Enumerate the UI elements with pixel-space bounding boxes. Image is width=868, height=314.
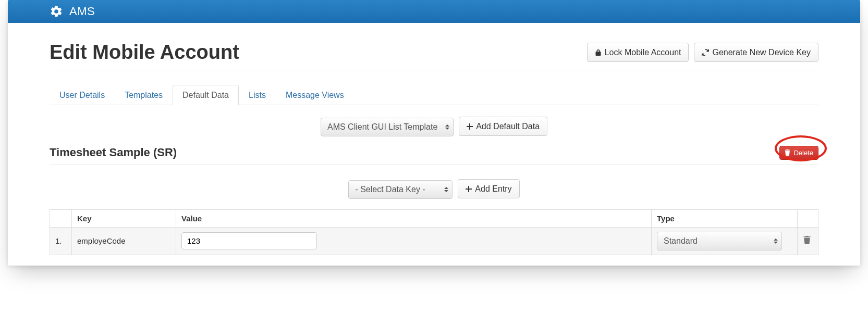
table-row: 1. employeCode Standard [50,227,818,255]
sort-arrows-icon [445,124,449,130]
col-header-value: Value [176,209,652,227]
row-number: 1. [50,227,72,255]
lock-icon [595,49,602,56]
sort-arrows-icon [774,238,778,244]
add-default-data-button[interactable]: Add Default Data [459,117,547,136]
row-actions-cell [798,227,818,255]
tab-lists[interactable]: Lists [239,85,276,105]
svg-rect-1 [467,126,473,127]
svg-rect-3 [466,189,472,190]
page-title: Edit Mobile Account [50,41,239,64]
add-entry-button[interactable]: Add Entry [458,179,519,198]
type-select[interactable]: Standard [657,232,782,250]
refresh-icon [702,49,709,56]
template-select[interactable]: AMS Client GUI List Template [321,118,454,136]
row-type-cell: Standard [652,227,798,255]
plus-icon [466,186,472,192]
row-value-cell [176,227,652,255]
template-select-value: AMS Client GUI List Template [327,122,437,131]
delete-button-label: Delete [793,149,813,157]
add-entry-label: Add Entry [475,184,511,194]
type-select-value: Standard [664,236,698,245]
tab-templates[interactable]: Templates [115,85,173,105]
value-input[interactable] [181,232,317,249]
col-header-num [50,209,72,227]
col-header-key: Key [72,209,176,227]
tab-message-views[interactable]: Message Views [276,85,354,105]
delete-row-button[interactable] [803,237,811,246]
entries-table: Key Value Type 1. employeCode Standard [50,209,818,255]
lock-button-label: Lock Mobile Account [605,47,681,57]
tab-user-details[interactable]: User Details [50,85,115,105]
generate-button-label: Generate New Device Key [712,47,811,57]
lock-mobile-account-button[interactable]: Lock Mobile Account [587,43,689,62]
data-key-select-value: - Select Data Key - [355,185,425,194]
app-brand: AMS [69,5,95,18]
row-key: employeCode [72,227,176,255]
trash-icon [785,149,790,156]
add-default-data-label: Add Default Data [476,121,540,131]
plus-icon [467,123,473,130]
tabs: User Details Templates Default Data List… [50,85,818,105]
col-header-type: Type [652,209,798,227]
sort-arrows-icon [444,187,448,192]
tab-default-data[interactable]: Default Data [173,85,239,105]
col-header-actions [798,209,818,227]
gear-icon [50,5,63,18]
section-title: Timesheet Sample (SR) [50,146,177,159]
data-key-select[interactable]: - Select Data Key - [348,180,453,199]
topbar: AMS [8,0,860,23]
delete-button[interactable]: Delete [779,146,818,160]
generate-device-key-button[interactable]: Generate New Device Key [694,43,818,62]
